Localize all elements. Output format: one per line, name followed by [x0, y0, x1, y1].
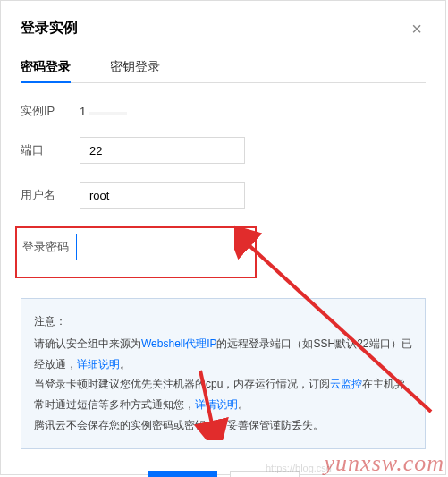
notice-line-1: 请确认安全组中来源为Webshell代理IP的远程登录端口（如SSH默认22端口… [34, 334, 412, 375]
notice-line-3: 腾讯云不会保存您的实例密码或密钥，请妥善保管谨防丢失。 [34, 415, 412, 436]
link-webshell-proxy-ip[interactable]: Webshell代理IP [141, 337, 216, 350]
ok-button[interactable]: 确定 [148, 471, 217, 477]
ip-masked [89, 112, 127, 115]
port-label: 端口 [21, 142, 80, 158]
row-instance-ip: 实例IP 1 [21, 103, 426, 119]
username-input[interactable] [80, 182, 245, 209]
password-highlight-box: 登录密码 [15, 226, 257, 278]
tab-key-login[interactable]: 密钥登录 [110, 52, 160, 82]
link-cloud-monitor[interactable]: 云监控 [330, 378, 362, 390]
notice-line-2: 当登录卡顿时建议您优先关注机器的cpu，内存运行情况，订阅云监控在主机异常时通过… [34, 374, 412, 415]
cancel-button[interactable]: 取消 [230, 471, 300, 477]
close-icon[interactable]: × [408, 20, 426, 38]
login-tabs: 密码登录 密钥登录 [21, 52, 426, 83]
instance-ip-label: 实例IP [21, 103, 80, 119]
tab-password-login[interactable]: 密码登录 [21, 52, 71, 82]
link-detail-1[interactable]: 详细说明 [77, 358, 120, 371]
row-username: 用户名 [21, 182, 426, 209]
notice-title: 注意： [34, 311, 412, 332]
port-input[interactable] [80, 137, 245, 164]
notice-box: 注意： 请确认安全组中来源为Webshell代理IP的远程登录端口（如SSH默认… [21, 298, 426, 449]
ip-prefix: 1 [80, 105, 89, 118]
dialog-title: 登录实例 [21, 19, 78, 38]
login-dialog: 登录实例 × 密码登录 密钥登录 实例IP 1 端口 用户名 登录密码 注意： [0, 0, 446, 475]
password-input[interactable] [76, 234, 241, 260]
instance-ip-value: 1 [80, 105, 426, 118]
password-label: 登录密码 [21, 239, 76, 255]
dialog-footer: 确定 取消 [21, 471, 426, 477]
row-port: 端口 [21, 137, 426, 164]
dialog-header: 登录实例 × [21, 19, 426, 38]
link-detail-2[interactable]: 详情说明 [195, 398, 238, 411]
username-label: 用户名 [21, 187, 80, 203]
